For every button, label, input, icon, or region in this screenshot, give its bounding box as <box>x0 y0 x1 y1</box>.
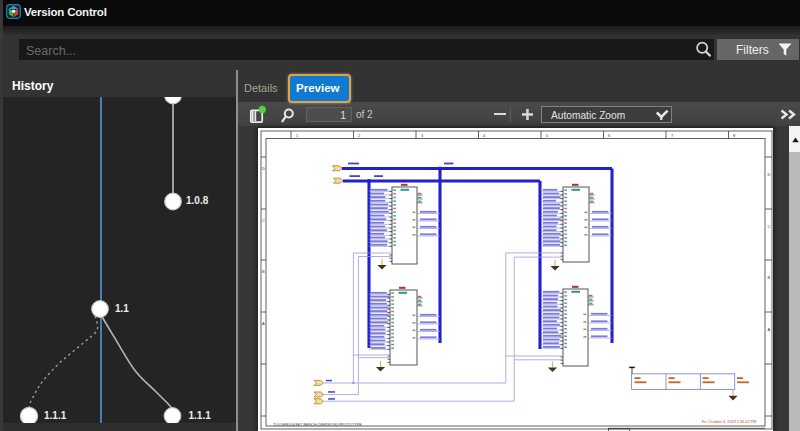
svg-text:1.1: 1.1 <box>115 303 129 314</box>
svg-text:1.0.8: 1.0.8 <box>186 195 209 206</box>
svg-text:B: B <box>262 269 265 274</box>
svg-text:TL6 DEBUG/SET BENCH (VERSION): TL6 DEBUG/SET BENCH (VERSION) PROTOTYPE <box>273 423 362 427</box>
svg-text:D: D <box>262 166 265 171</box>
svg-text:1.1.1: 1.1.1 <box>44 410 67 421</box>
svg-text:8: 8 <box>733 133 736 138</box>
svg-text:1.1.1: 1.1.1 <box>189 410 212 421</box>
svg-text:Fri, October 4, 2019 1:30:02 P: Fri, October 4, 2019 1:30:02 PM <box>702 420 756 424</box>
svg-text:C: C <box>262 218 265 223</box>
svg-text:C: C <box>768 224 771 229</box>
svg-text:7: 7 <box>671 133 674 138</box>
svg-text:3: 3 <box>421 133 424 138</box>
svg-text:4: 4 <box>483 133 486 138</box>
svg-text:5: 5 <box>546 133 549 138</box>
svg-text:A: A <box>768 327 771 332</box>
svg-text:2: 2 <box>358 133 361 138</box>
svg-text:B: B <box>768 275 771 280</box>
svg-text:D: D <box>768 172 771 177</box>
svg-text:A: A <box>262 321 265 326</box>
svg-text:6: 6 <box>608 133 611 138</box>
svg-text:1: 1 <box>296 133 299 138</box>
